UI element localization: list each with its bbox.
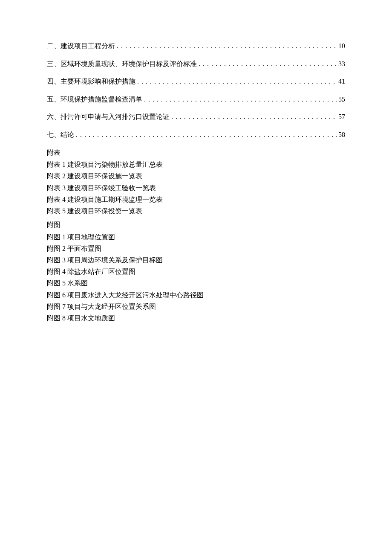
toc-page: 10 (338, 41, 345, 52)
appendix-table-item: 附表 1 建设项目污染物排放总量汇总表 (47, 159, 345, 170)
appendix-tables-section: 附表 附表 1 建设项目污染物排放总量汇总表 附表 2 建设项目环保设施一览表 … (47, 147, 345, 217)
toc-title: 七、结论 (47, 129, 74, 140)
appendix-figures-section: 附图 附图 1 项目地理位置图 附图 2 平面布置图 附图 3 项目周边环境关系… (47, 219, 345, 324)
toc-page: 57 (338, 111, 345, 122)
appendix-figure-item: 附图 7 项目与大龙经开区位置关系图 (47, 301, 345, 312)
toc-page: 58 (338, 129, 345, 140)
toc-title: 四、主要环境影响和保护措施 (47, 76, 135, 87)
table-of-contents: 二、建设项目工程分析 10 三、区域环境质量现状、环境保护目标及评价标准 33 … (47, 41, 345, 140)
appendix-table-item: 附表 3 建设项目环保竣工验收一览表 (47, 182, 345, 194)
toc-dots (76, 129, 337, 140)
toc-title: 二、建设项目工程分析 (47, 41, 115, 52)
toc-page: 33 (338, 58, 345, 70)
appendix-table-item: 附表 4 建设项目施工期环境监理一览表 (47, 194, 345, 205)
toc-page: 55 (338, 94, 345, 105)
appendix-figure-item: 附图 6 项目废水进入大龙经开区污水处理中心路径图 (47, 289, 345, 301)
toc-title: 三、区域环境质量现状、环境保护目标及评价标准 (47, 58, 197, 70)
appendix-table-item: 附表 5 建设项目环保投资一览表 (47, 205, 345, 217)
appendix-figure-item: 附图 2 平面布置图 (47, 243, 345, 254)
appendix-figure-item: 附图 1 项目地理位置图 (47, 231, 345, 243)
toc-entry: 七、结论 58 (47, 129, 345, 140)
toc-entry: 五、环境保护措施监督检查清单 55 (47, 94, 345, 105)
appendix-figure-item: 附图 8 项目水文地质图 (47, 312, 345, 324)
appendix-figures-heading: 附图 (47, 219, 345, 230)
toc-page: 41 (338, 76, 345, 87)
appendix-figure-item: 附图 5 水系图 (47, 277, 345, 289)
toc-dots (117, 41, 337, 52)
toc-title: 五、环境保护措施监督检查清单 (47, 94, 142, 105)
appendix-figure-item: 附图 4 除盐水站在厂区位置图 (47, 266, 345, 277)
toc-title: 六、排污许可申请与入河排污口设置论证 (47, 111, 170, 122)
appendix-tables-heading: 附表 (47, 147, 345, 158)
toc-entry: 四、主要环境影响和保护措施 41 (47, 76, 345, 87)
toc-entry: 二、建设项目工程分析 10 (47, 41, 345, 52)
appendix-figure-item: 附图 3 项目周边环境关系及保护目标图 (47, 254, 345, 266)
toc-dots (171, 111, 337, 122)
toc-entry: 六、排污许可申请与入河排污口设置论证 57 (47, 111, 345, 122)
toc-dots (199, 58, 337, 70)
toc-entry: 三、区域环境质量现状、环境保护目标及评价标准 33 (47, 58, 345, 70)
appendix-table-item: 附表 2 建设项目环保设施一览表 (47, 170, 345, 182)
toc-dots (144, 94, 337, 105)
toc-dots (137, 76, 337, 87)
